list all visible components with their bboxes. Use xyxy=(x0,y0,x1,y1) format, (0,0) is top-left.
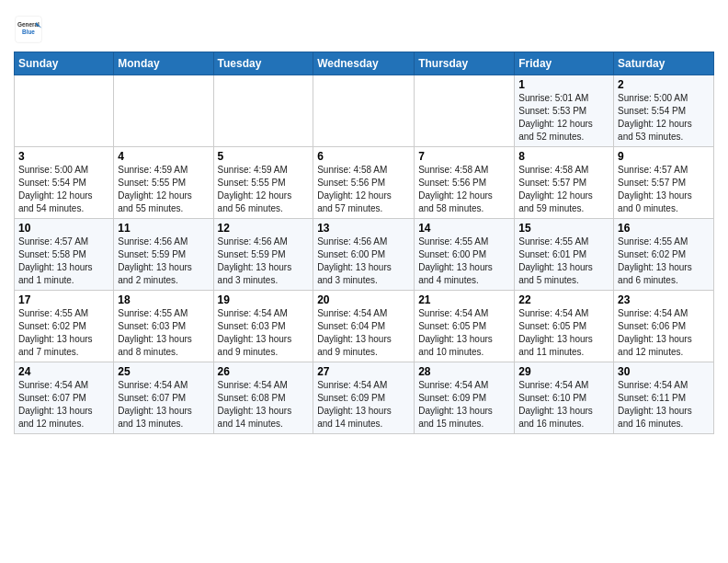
day-info: Sunrise: 4:54 AMSunset: 6:09 PMDaylight:… xyxy=(418,379,510,431)
day-number: 16 xyxy=(618,222,710,235)
day-info: Sunrise: 4:54 AMSunset: 6:07 PMDaylight:… xyxy=(118,379,209,431)
week-row-4: 24Sunrise: 4:54 AMSunset: 6:07 PMDayligh… xyxy=(15,362,714,434)
day-info: Sunrise: 4:55 AMSunset: 6:02 PMDaylight:… xyxy=(618,236,710,287)
day-number: 30 xyxy=(618,365,710,378)
day-number: 28 xyxy=(418,365,510,378)
day-info: Sunrise: 4:54 AMSunset: 6:08 PMDaylight:… xyxy=(218,379,310,431)
day-cell: 3Sunrise: 5:00 AMSunset: 5:54 PMDaylight… xyxy=(15,147,114,219)
header: General Blue xyxy=(14,9,714,44)
day-cell: 19Sunrise: 4:54 AMSunset: 6:03 PMDayligh… xyxy=(213,291,313,362)
day-info: Sunrise: 4:55 AMSunset: 6:02 PMDaylight:… xyxy=(18,307,109,359)
day-info: Sunrise: 4:58 AMSunset: 5:57 PMDaylight:… xyxy=(518,164,609,215)
day-number: 19 xyxy=(218,293,310,306)
weekday-header-friday: Friday xyxy=(515,52,614,75)
day-cell: 16Sunrise: 4:55 AMSunset: 6:02 PMDayligh… xyxy=(614,219,714,291)
day-cell: 23Sunrise: 4:54 AMSunset: 6:06 PMDayligh… xyxy=(614,291,714,362)
day-number: 23 xyxy=(618,293,710,306)
day-number: 5 xyxy=(218,150,310,163)
day-info: Sunrise: 4:54 AMSunset: 6:03 PMDaylight:… xyxy=(218,307,310,359)
day-cell: 30Sunrise: 4:54 AMSunset: 6:11 PMDayligh… xyxy=(614,362,714,434)
day-cell xyxy=(15,75,114,147)
day-number: 2 xyxy=(618,78,710,91)
weekday-header-wednesday: Wednesday xyxy=(313,52,415,75)
day-cell: 5Sunrise: 4:59 AMSunset: 5:55 PMDaylight… xyxy=(213,147,313,219)
page: General Blue SundayMondayTuesdayWednesda… xyxy=(0,0,728,448)
day-number: 1 xyxy=(518,78,609,91)
day-number: 3 xyxy=(18,150,109,163)
day-number: 29 xyxy=(518,365,609,378)
day-info: Sunrise: 4:54 AMSunset: 6:11 PMDaylight:… xyxy=(618,379,710,431)
day-number: 13 xyxy=(317,222,410,235)
day-cell: 20Sunrise: 4:54 AMSunset: 6:04 PMDayligh… xyxy=(313,291,415,362)
day-number: 17 xyxy=(18,293,109,306)
day-cell xyxy=(114,75,213,147)
day-info: Sunrise: 4:55 AMSunset: 6:01 PMDaylight:… xyxy=(518,236,609,287)
day-info: Sunrise: 4:54 AMSunset: 6:10 PMDaylight:… xyxy=(518,379,609,431)
svg-text:Blue: Blue xyxy=(22,29,35,35)
day-cell: 11Sunrise: 4:56 AMSunset: 5:59 PMDayligh… xyxy=(114,219,213,291)
day-info: Sunrise: 4:54 AMSunset: 6:06 PMDaylight:… xyxy=(618,307,710,359)
day-cell xyxy=(213,75,313,147)
day-info: Sunrise: 4:58 AMSunset: 5:56 PMDaylight:… xyxy=(317,164,410,215)
weekday-header-monday: Monday xyxy=(114,52,213,75)
weekday-header-thursday: Thursday xyxy=(415,52,515,75)
day-cell: 9Sunrise: 4:57 AMSunset: 5:57 PMDaylight… xyxy=(614,147,714,219)
day-cell xyxy=(415,75,515,147)
day-number: 9 xyxy=(618,150,710,163)
calendar-table: SundayMondayTuesdayWednesdayThursdayFrid… xyxy=(14,52,714,434)
day-number: 22 xyxy=(518,293,609,306)
day-info: Sunrise: 4:56 AMSunset: 5:59 PMDaylight:… xyxy=(218,236,310,287)
weekday-header-sunday: Sunday xyxy=(15,52,114,75)
calendar-body: 1Sunrise: 5:01 AMSunset: 5:53 PMDaylight… xyxy=(15,75,714,434)
day-cell: 26Sunrise: 4:54 AMSunset: 6:08 PMDayligh… xyxy=(213,362,313,434)
week-row-1: 3Sunrise: 5:00 AMSunset: 5:54 PMDaylight… xyxy=(15,147,714,219)
day-info: Sunrise: 4:57 AMSunset: 5:57 PMDaylight:… xyxy=(618,164,710,215)
day-number: 21 xyxy=(418,293,510,306)
day-info: Sunrise: 4:59 AMSunset: 5:55 PMDaylight:… xyxy=(218,164,310,215)
day-cell: 22Sunrise: 4:54 AMSunset: 6:05 PMDayligh… xyxy=(515,291,614,362)
day-number: 4 xyxy=(118,150,209,163)
day-cell: 15Sunrise: 4:55 AMSunset: 6:01 PMDayligh… xyxy=(515,219,614,291)
day-cell: 25Sunrise: 4:54 AMSunset: 6:07 PMDayligh… xyxy=(114,362,213,434)
day-cell: 17Sunrise: 4:55 AMSunset: 6:02 PMDayligh… xyxy=(15,291,114,362)
day-info: Sunrise: 4:55 AMSunset: 6:00 PMDaylight:… xyxy=(418,236,510,287)
week-row-2: 10Sunrise: 4:57 AMSunset: 5:58 PMDayligh… xyxy=(15,219,714,291)
day-cell: 6Sunrise: 4:58 AMSunset: 5:56 PMDaylight… xyxy=(313,147,415,219)
day-info: Sunrise: 4:54 AMSunset: 6:05 PMDaylight:… xyxy=(518,307,609,359)
day-cell: 28Sunrise: 4:54 AMSunset: 6:09 PMDayligh… xyxy=(415,362,515,434)
day-cell: 10Sunrise: 4:57 AMSunset: 5:58 PMDayligh… xyxy=(15,219,114,291)
day-number: 11 xyxy=(118,222,209,235)
day-cell: 4Sunrise: 4:59 AMSunset: 5:55 PMDaylight… xyxy=(114,147,213,219)
day-number: 26 xyxy=(218,365,310,378)
day-cell: 13Sunrise: 4:56 AMSunset: 6:00 PMDayligh… xyxy=(313,219,415,291)
calendar-header: SundayMondayTuesdayWednesdayThursdayFrid… xyxy=(15,52,714,75)
day-cell: 14Sunrise: 4:55 AMSunset: 6:00 PMDayligh… xyxy=(415,219,515,291)
weekday-row: SundayMondayTuesdayWednesdayThursdayFrid… xyxy=(15,52,714,75)
day-info: Sunrise: 4:57 AMSunset: 5:58 PMDaylight:… xyxy=(18,236,109,287)
day-number: 7 xyxy=(418,150,510,163)
day-number: 25 xyxy=(118,365,209,378)
day-number: 8 xyxy=(518,150,609,163)
day-cell xyxy=(313,75,415,147)
day-info: Sunrise: 5:00 AMSunset: 5:54 PMDaylight:… xyxy=(18,164,109,215)
day-cell: 18Sunrise: 4:55 AMSunset: 6:03 PMDayligh… xyxy=(114,291,213,362)
logo-icon: General Blue xyxy=(14,15,43,44)
weekday-header-saturday: Saturday xyxy=(614,52,714,75)
day-info: Sunrise: 4:56 AMSunset: 5:59 PMDaylight:… xyxy=(118,236,209,287)
day-cell: 12Sunrise: 4:56 AMSunset: 5:59 PMDayligh… xyxy=(213,219,313,291)
day-info: Sunrise: 4:59 AMSunset: 5:55 PMDaylight:… xyxy=(118,164,209,215)
day-cell: 21Sunrise: 4:54 AMSunset: 6:05 PMDayligh… xyxy=(415,291,515,362)
week-row-0: 1Sunrise: 5:01 AMSunset: 5:53 PMDaylight… xyxy=(15,75,714,147)
day-number: 27 xyxy=(317,365,410,378)
day-info: Sunrise: 5:01 AMSunset: 5:53 PMDaylight:… xyxy=(518,92,609,144)
day-info: Sunrise: 4:56 AMSunset: 6:00 PMDaylight:… xyxy=(317,236,410,287)
day-cell: 24Sunrise: 4:54 AMSunset: 6:07 PMDayligh… xyxy=(15,362,114,434)
day-number: 14 xyxy=(418,222,510,235)
day-number: 12 xyxy=(218,222,310,235)
day-info: Sunrise: 5:00 AMSunset: 5:54 PMDaylight:… xyxy=(618,92,710,144)
day-info: Sunrise: 4:58 AMSunset: 5:56 PMDaylight:… xyxy=(418,164,510,215)
week-row-3: 17Sunrise: 4:55 AMSunset: 6:02 PMDayligh… xyxy=(15,291,714,362)
day-number: 18 xyxy=(118,293,209,306)
day-info: Sunrise: 4:54 AMSunset: 6:07 PMDaylight:… xyxy=(18,379,109,431)
day-cell: 7Sunrise: 4:58 AMSunset: 5:56 PMDaylight… xyxy=(415,147,515,219)
